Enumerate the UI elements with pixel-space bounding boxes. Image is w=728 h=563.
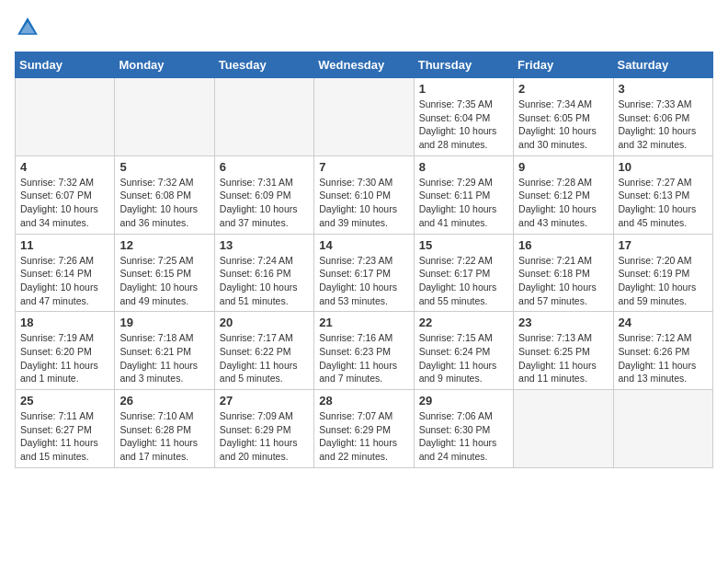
day-info: Sunrise: 7:06 AM Sunset: 6:30 PM Dayligh… bbox=[419, 409, 508, 464]
logo bbox=[15, 15, 44, 40]
day-number: 29 bbox=[419, 394, 508, 408]
week-row-3: 18Sunrise: 7:19 AM Sunset: 6:20 PM Dayli… bbox=[16, 312, 713, 390]
calendar-cell: 6Sunrise: 7:31 AM Sunset: 6:09 PM Daylig… bbox=[214, 155, 313, 234]
calendar-cell: 17Sunrise: 7:20 AM Sunset: 6:19 PM Dayli… bbox=[613, 234, 712, 312]
logo-icon bbox=[15, 15, 40, 40]
day-info: Sunrise: 7:15 AM Sunset: 6:24 PM Dayligh… bbox=[419, 331, 508, 385]
day-number: 2 bbox=[518, 82, 608, 96]
day-number: 11 bbox=[20, 238, 109, 252]
day-number: 24 bbox=[619, 316, 708, 329]
calendar-cell: 20Sunrise: 7:17 AM Sunset: 6:22 PM Dayli… bbox=[214, 312, 313, 390]
header-saturday: Saturday bbox=[613, 52, 712, 78]
day-info: Sunrise: 7:16 AM Sunset: 6:23 PM Dayligh… bbox=[319, 331, 408, 385]
calendar-cell: 1Sunrise: 7:35 AM Sunset: 6:04 PM Daylig… bbox=[414, 78, 513, 156]
day-number: 8 bbox=[419, 160, 508, 174]
calendar-cell: 10Sunrise: 7:27 AM Sunset: 6:13 PM Dayli… bbox=[613, 155, 712, 234]
calendar-cell: 26Sunrise: 7:10 AM Sunset: 6:28 PM Dayli… bbox=[115, 390, 214, 468]
day-info: Sunrise: 7:28 AM Sunset: 6:12 PM Dayligh… bbox=[518, 176, 608, 230]
day-number: 20 bbox=[220, 316, 309, 329]
day-info: Sunrise: 7:18 AM Sunset: 6:21 PM Dayligh… bbox=[119, 331, 209, 385]
calendar-cell bbox=[514, 390, 613, 468]
calendar-cell: 3Sunrise: 7:33 AM Sunset: 6:06 PM Daylig… bbox=[613, 78, 712, 156]
header-wednesday: Wednesday bbox=[314, 52, 414, 78]
week-row-0: 1Sunrise: 7:35 AM Sunset: 6:04 PM Daylig… bbox=[16, 78, 713, 156]
header-monday: Monday bbox=[115, 52, 214, 78]
calendar-cell bbox=[115, 78, 214, 156]
day-info: Sunrise: 7:25 AM Sunset: 6:15 PM Dayligh… bbox=[119, 254, 209, 308]
day-info: Sunrise: 7:07 AM Sunset: 6:29 PM Dayligh… bbox=[319, 409, 408, 464]
day-info: Sunrise: 7:19 AM Sunset: 6:20 PM Dayligh… bbox=[20, 331, 109, 385]
day-number: 6 bbox=[220, 160, 309, 174]
calendar-cell: 8Sunrise: 7:29 AM Sunset: 6:11 PM Daylig… bbox=[414, 155, 513, 234]
day-info: Sunrise: 7:20 AM Sunset: 6:19 PM Dayligh… bbox=[619, 254, 708, 308]
header-thursday: Thursday bbox=[414, 52, 513, 78]
day-number: 23 bbox=[518, 316, 608, 329]
day-number: 19 bbox=[119, 316, 209, 329]
day-info: Sunrise: 7:33 AM Sunset: 6:06 PM Dayligh… bbox=[619, 98, 708, 152]
calendar-cell: 25Sunrise: 7:11 AM Sunset: 6:27 PM Dayli… bbox=[16, 390, 115, 468]
calendar-cell: 15Sunrise: 7:22 AM Sunset: 6:17 PM Dayli… bbox=[414, 234, 513, 312]
day-number: 21 bbox=[319, 316, 408, 329]
day-info: Sunrise: 7:13 AM Sunset: 6:25 PM Dayligh… bbox=[518, 331, 608, 385]
day-info: Sunrise: 7:32 AM Sunset: 6:07 PM Dayligh… bbox=[20, 176, 109, 230]
day-number: 25 bbox=[20, 394, 109, 408]
day-number: 27 bbox=[220, 394, 309, 408]
day-number: 9 bbox=[518, 160, 608, 174]
day-number: 1 bbox=[419, 82, 508, 96]
day-number: 7 bbox=[319, 160, 408, 174]
day-info: Sunrise: 7:31 AM Sunset: 6:09 PM Dayligh… bbox=[220, 176, 309, 230]
calendar-cell bbox=[613, 390, 712, 468]
day-number: 10 bbox=[619, 160, 708, 174]
day-info: Sunrise: 7:26 AM Sunset: 6:14 PM Dayligh… bbox=[20, 254, 109, 308]
calendar-cell bbox=[314, 78, 414, 156]
calendar-cell: 22Sunrise: 7:15 AM Sunset: 6:24 PM Dayli… bbox=[414, 312, 513, 390]
calendar-cell: 2Sunrise: 7:34 AM Sunset: 6:05 PM Daylig… bbox=[514, 78, 613, 156]
calendar-cell: 21Sunrise: 7:16 AM Sunset: 6:23 PM Dayli… bbox=[314, 312, 414, 390]
calendar-cell: 7Sunrise: 7:30 AM Sunset: 6:10 PM Daylig… bbox=[314, 155, 414, 234]
day-info: Sunrise: 7:22 AM Sunset: 6:17 PM Dayligh… bbox=[419, 254, 508, 308]
day-number: 5 bbox=[119, 160, 209, 174]
header-friday: Friday bbox=[514, 52, 613, 78]
day-number: 15 bbox=[419, 238, 508, 252]
day-number: 3 bbox=[619, 82, 708, 96]
day-info: Sunrise: 7:29 AM Sunset: 6:11 PM Dayligh… bbox=[419, 176, 508, 230]
calendar-table: SundayMondayTuesdayWednesdayThursdayFrid… bbox=[15, 52, 713, 468]
calendar-cell: 23Sunrise: 7:13 AM Sunset: 6:25 PM Dayli… bbox=[514, 312, 613, 390]
day-number: 17 bbox=[619, 238, 708, 252]
day-number: 22 bbox=[419, 316, 508, 329]
header-tuesday: Tuesday bbox=[214, 52, 313, 78]
day-info: Sunrise: 7:32 AM Sunset: 6:08 PM Dayligh… bbox=[119, 176, 209, 230]
day-number: 14 bbox=[319, 238, 408, 252]
calendar-cell: 16Sunrise: 7:21 AM Sunset: 6:18 PM Dayli… bbox=[514, 234, 613, 312]
header-row: SundayMondayTuesdayWednesdayThursdayFrid… bbox=[16, 52, 713, 78]
day-info: Sunrise: 7:10 AM Sunset: 6:28 PM Dayligh… bbox=[119, 409, 209, 464]
calendar-cell: 12Sunrise: 7:25 AM Sunset: 6:15 PM Dayli… bbox=[115, 234, 214, 312]
calendar-cell: 29Sunrise: 7:06 AM Sunset: 6:30 PM Dayli… bbox=[414, 390, 513, 468]
day-info: Sunrise: 7:23 AM Sunset: 6:17 PM Dayligh… bbox=[319, 254, 408, 308]
day-number: 13 bbox=[220, 238, 309, 252]
calendar-cell: 14Sunrise: 7:23 AM Sunset: 6:17 PM Dayli… bbox=[314, 234, 414, 312]
day-info: Sunrise: 7:11 AM Sunset: 6:27 PM Dayligh… bbox=[20, 409, 109, 464]
day-number: 26 bbox=[119, 394, 209, 408]
day-info: Sunrise: 7:09 AM Sunset: 6:29 PM Dayligh… bbox=[220, 409, 309, 464]
calendar-cell: 4Sunrise: 7:32 AM Sunset: 6:07 PM Daylig… bbox=[16, 155, 115, 234]
calendar-cell: 18Sunrise: 7:19 AM Sunset: 6:20 PM Dayli… bbox=[16, 312, 115, 390]
day-info: Sunrise: 7:30 AM Sunset: 6:10 PM Dayligh… bbox=[319, 176, 408, 230]
day-info: Sunrise: 7:34 AM Sunset: 6:05 PM Dayligh… bbox=[518, 98, 608, 152]
day-number: 16 bbox=[518, 238, 608, 252]
calendar-cell: 24Sunrise: 7:12 AM Sunset: 6:26 PM Dayli… bbox=[613, 312, 712, 390]
page-header bbox=[15, 15, 713, 40]
day-info: Sunrise: 7:27 AM Sunset: 6:13 PM Dayligh… bbox=[619, 176, 708, 230]
calendar-cell: 19Sunrise: 7:18 AM Sunset: 6:21 PM Dayli… bbox=[115, 312, 214, 390]
calendar-cell: 13Sunrise: 7:24 AM Sunset: 6:16 PM Dayli… bbox=[214, 234, 313, 312]
week-row-1: 4Sunrise: 7:32 AM Sunset: 6:07 PM Daylig… bbox=[16, 155, 713, 234]
day-info: Sunrise: 7:24 AM Sunset: 6:16 PM Dayligh… bbox=[220, 254, 309, 308]
day-info: Sunrise: 7:21 AM Sunset: 6:18 PM Dayligh… bbox=[518, 254, 608, 308]
calendar-cell bbox=[214, 78, 313, 156]
day-number: 12 bbox=[119, 238, 209, 252]
day-number: 18 bbox=[20, 316, 109, 329]
day-number: 28 bbox=[319, 394, 408, 408]
calendar-cell: 28Sunrise: 7:07 AM Sunset: 6:29 PM Dayli… bbox=[314, 390, 414, 468]
day-info: Sunrise: 7:35 AM Sunset: 6:04 PM Dayligh… bbox=[419, 98, 508, 152]
day-number: 4 bbox=[20, 160, 109, 174]
